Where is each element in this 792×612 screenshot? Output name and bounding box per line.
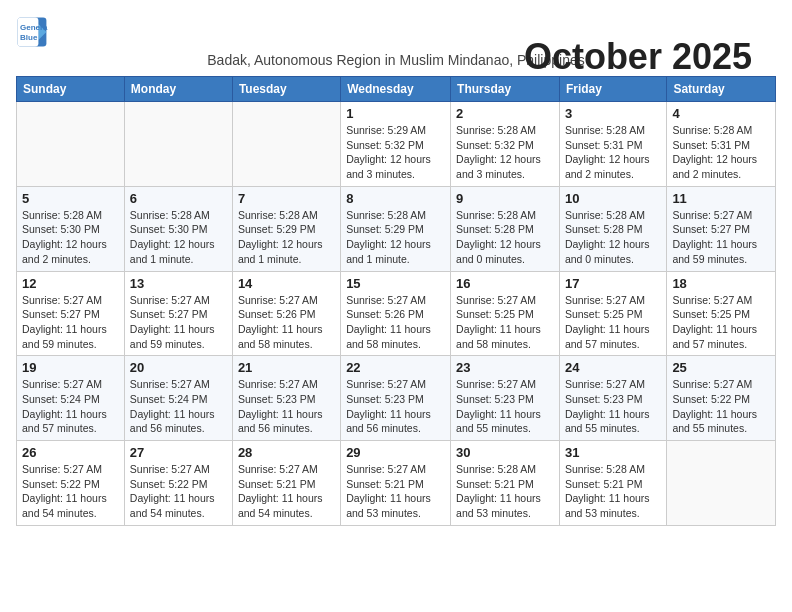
col-header-tuesday: Tuesday [232, 77, 340, 102]
calendar-cell [232, 102, 340, 187]
calendar-table: SundayMondayTuesdayWednesdayThursdayFrid… [16, 76, 776, 526]
day-info: Sunrise: 5:27 AM Sunset: 5:23 PM Dayligh… [456, 377, 554, 436]
day-info: Sunrise: 5:27 AM Sunset: 5:24 PM Dayligh… [22, 377, 119, 436]
day-number: 2 [456, 106, 554, 121]
calendar-cell: 17Sunrise: 5:27 AM Sunset: 5:25 PM Dayli… [559, 271, 666, 356]
day-info: Sunrise: 5:28 AM Sunset: 5:30 PM Dayligh… [22, 208, 119, 267]
week-row-2: 12Sunrise: 5:27 AM Sunset: 5:27 PM Dayli… [17, 271, 776, 356]
calendar-cell: 2Sunrise: 5:28 AM Sunset: 5:32 PM Daylig… [451, 102, 560, 187]
top-area: General Blue October 2025 Badak, Autonom… [16, 16, 776, 68]
svg-text:General: General [20, 23, 48, 32]
day-info: Sunrise: 5:27 AM Sunset: 5:23 PM Dayligh… [238, 377, 335, 436]
day-number: 4 [672, 106, 770, 121]
day-info: Sunrise: 5:29 AM Sunset: 5:32 PM Dayligh… [346, 123, 445, 182]
day-info: Sunrise: 5:28 AM Sunset: 5:31 PM Dayligh… [565, 123, 661, 182]
day-info: Sunrise: 5:27 AM Sunset: 5:27 PM Dayligh… [22, 293, 119, 352]
day-number: 22 [346, 360, 445, 375]
day-info: Sunrise: 5:28 AM Sunset: 5:21 PM Dayligh… [565, 462, 661, 521]
calendar-cell: 28Sunrise: 5:27 AM Sunset: 5:21 PM Dayli… [232, 441, 340, 526]
calendar-cell: 8Sunrise: 5:28 AM Sunset: 5:29 PM Daylig… [341, 186, 451, 271]
calendar-body: 1Sunrise: 5:29 AM Sunset: 5:32 PM Daylig… [17, 102, 776, 526]
day-number: 6 [130, 191, 227, 206]
week-row-1: 5Sunrise: 5:28 AM Sunset: 5:30 PM Daylig… [17, 186, 776, 271]
day-number: 16 [456, 276, 554, 291]
day-number: 26 [22, 445, 119, 460]
day-number: 19 [22, 360, 119, 375]
calendar-cell: 26Sunrise: 5:27 AM Sunset: 5:22 PM Dayli… [17, 441, 125, 526]
calendar-cell: 29Sunrise: 5:27 AM Sunset: 5:21 PM Dayli… [341, 441, 451, 526]
calendar-cell: 15Sunrise: 5:27 AM Sunset: 5:26 PM Dayli… [341, 271, 451, 356]
day-info: Sunrise: 5:27 AM Sunset: 5:24 PM Dayligh… [130, 377, 227, 436]
day-number: 8 [346, 191, 445, 206]
calendar-cell: 21Sunrise: 5:27 AM Sunset: 5:23 PM Dayli… [232, 356, 340, 441]
day-number: 25 [672, 360, 770, 375]
day-info: Sunrise: 5:27 AM Sunset: 5:26 PM Dayligh… [346, 293, 445, 352]
day-info: Sunrise: 5:28 AM Sunset: 5:21 PM Dayligh… [456, 462, 554, 521]
col-header-sunday: Sunday [17, 77, 125, 102]
calendar-cell: 25Sunrise: 5:27 AM Sunset: 5:22 PM Dayli… [667, 356, 776, 441]
day-number: 31 [565, 445, 661, 460]
day-number: 23 [456, 360, 554, 375]
day-number: 15 [346, 276, 445, 291]
col-header-friday: Friday [559, 77, 666, 102]
day-number: 17 [565, 276, 661, 291]
calendar-cell: 23Sunrise: 5:27 AM Sunset: 5:23 PM Dayli… [451, 356, 560, 441]
calendar-cell: 7Sunrise: 5:28 AM Sunset: 5:29 PM Daylig… [232, 186, 340, 271]
day-number: 27 [130, 445, 227, 460]
day-number: 10 [565, 191, 661, 206]
day-info: Sunrise: 5:28 AM Sunset: 5:29 PM Dayligh… [238, 208, 335, 267]
day-info: Sunrise: 5:28 AM Sunset: 5:28 PM Dayligh… [565, 208, 661, 267]
day-number: 14 [238, 276, 335, 291]
day-info: Sunrise: 5:28 AM Sunset: 5:31 PM Dayligh… [672, 123, 770, 182]
day-info: Sunrise: 5:27 AM Sunset: 5:22 PM Dayligh… [130, 462, 227, 521]
month-title: October 2025 [524, 36, 752, 78]
calendar-cell: 1Sunrise: 5:29 AM Sunset: 5:32 PM Daylig… [341, 102, 451, 187]
day-info: Sunrise: 5:28 AM Sunset: 5:32 PM Dayligh… [456, 123, 554, 182]
col-header-thursday: Thursday [451, 77, 560, 102]
day-info: Sunrise: 5:27 AM Sunset: 5:25 PM Dayligh… [456, 293, 554, 352]
day-info: Sunrise: 5:27 AM Sunset: 5:27 PM Dayligh… [130, 293, 227, 352]
day-number: 7 [238, 191, 335, 206]
col-header-monday: Monday [124, 77, 232, 102]
day-info: Sunrise: 5:28 AM Sunset: 5:30 PM Dayligh… [130, 208, 227, 267]
calendar-cell: 20Sunrise: 5:27 AM Sunset: 5:24 PM Dayli… [124, 356, 232, 441]
day-info: Sunrise: 5:27 AM Sunset: 5:21 PM Dayligh… [238, 462, 335, 521]
day-number: 3 [565, 106, 661, 121]
calendar-header: SundayMondayTuesdayWednesdayThursdayFrid… [17, 77, 776, 102]
col-header-saturday: Saturday [667, 77, 776, 102]
calendar-cell: 10Sunrise: 5:28 AM Sunset: 5:28 PM Dayli… [559, 186, 666, 271]
svg-text:Blue: Blue [20, 33, 38, 42]
day-number: 5 [22, 191, 119, 206]
day-info: Sunrise: 5:27 AM Sunset: 5:23 PM Dayligh… [565, 377, 661, 436]
calendar-cell: 30Sunrise: 5:28 AM Sunset: 5:21 PM Dayli… [451, 441, 560, 526]
calendar-cell [667, 441, 776, 526]
day-number: 1 [346, 106, 445, 121]
day-info: Sunrise: 5:28 AM Sunset: 5:28 PM Dayligh… [456, 208, 554, 267]
logo-icon: General Blue [16, 16, 48, 48]
calendar-cell: 11Sunrise: 5:27 AM Sunset: 5:27 PM Dayli… [667, 186, 776, 271]
calendar-cell: 6Sunrise: 5:28 AM Sunset: 5:30 PM Daylig… [124, 186, 232, 271]
calendar-cell: 16Sunrise: 5:27 AM Sunset: 5:25 PM Dayli… [451, 271, 560, 356]
day-number: 12 [22, 276, 119, 291]
day-info: Sunrise: 5:27 AM Sunset: 5:26 PM Dayligh… [238, 293, 335, 352]
calendar-cell: 24Sunrise: 5:27 AM Sunset: 5:23 PM Dayli… [559, 356, 666, 441]
calendar-cell: 18Sunrise: 5:27 AM Sunset: 5:25 PM Dayli… [667, 271, 776, 356]
day-number: 13 [130, 276, 227, 291]
calendar-cell: 9Sunrise: 5:28 AM Sunset: 5:28 PM Daylig… [451, 186, 560, 271]
calendar-cell [17, 102, 125, 187]
day-number: 9 [456, 191, 554, 206]
calendar-cell: 31Sunrise: 5:28 AM Sunset: 5:21 PM Dayli… [559, 441, 666, 526]
day-number: 24 [565, 360, 661, 375]
day-info: Sunrise: 5:27 AM Sunset: 5:21 PM Dayligh… [346, 462, 445, 521]
week-row-4: 26Sunrise: 5:27 AM Sunset: 5:22 PM Dayli… [17, 441, 776, 526]
day-number: 30 [456, 445, 554, 460]
title-section: October 2025 [524, 36, 752, 78]
calendar-cell: 12Sunrise: 5:27 AM Sunset: 5:27 PM Dayli… [17, 271, 125, 356]
calendar-cell: 27Sunrise: 5:27 AM Sunset: 5:22 PM Dayli… [124, 441, 232, 526]
day-info: Sunrise: 5:28 AM Sunset: 5:29 PM Dayligh… [346, 208, 445, 267]
calendar-cell: 5Sunrise: 5:28 AM Sunset: 5:30 PM Daylig… [17, 186, 125, 271]
week-row-3: 19Sunrise: 5:27 AM Sunset: 5:24 PM Dayli… [17, 356, 776, 441]
calendar-cell: 19Sunrise: 5:27 AM Sunset: 5:24 PM Dayli… [17, 356, 125, 441]
day-info: Sunrise: 5:27 AM Sunset: 5:27 PM Dayligh… [672, 208, 770, 267]
col-header-wednesday: Wednesday [341, 77, 451, 102]
